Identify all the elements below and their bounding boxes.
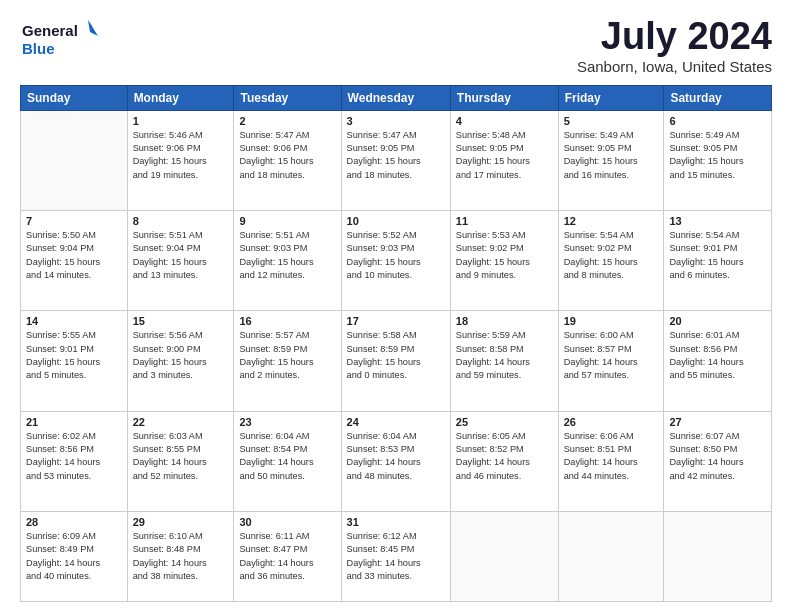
day-number: 9 xyxy=(239,215,335,227)
header-saturday: Saturday xyxy=(664,85,772,110)
day-number: 30 xyxy=(239,516,335,528)
day-number: 19 xyxy=(564,315,659,327)
table-row: 25Sunrise: 6:05 AM Sunset: 8:52 PM Dayli… xyxy=(450,411,558,511)
header-sunday: Sunday xyxy=(21,85,128,110)
table-row: 18Sunrise: 5:59 AM Sunset: 8:58 PM Dayli… xyxy=(450,311,558,411)
day-number: 16 xyxy=(239,315,335,327)
day-info: Sunrise: 6:09 AM Sunset: 8:49 PM Dayligh… xyxy=(26,530,122,583)
day-number: 8 xyxy=(133,215,229,227)
header-wednesday: Wednesday xyxy=(341,85,450,110)
day-info: Sunrise: 6:02 AM Sunset: 8:56 PM Dayligh… xyxy=(26,430,122,483)
table-row: 6Sunrise: 5:49 AM Sunset: 9:05 PM Daylig… xyxy=(664,110,772,210)
table-row: 31Sunrise: 6:12 AM Sunset: 8:45 PM Dayli… xyxy=(341,511,450,601)
table-row: 29Sunrise: 6:10 AM Sunset: 8:48 PM Dayli… xyxy=(127,511,234,601)
table-row xyxy=(450,511,558,601)
day-info: Sunrise: 5:46 AM Sunset: 9:06 PM Dayligh… xyxy=(133,129,229,182)
day-info: Sunrise: 6:04 AM Sunset: 8:54 PM Dayligh… xyxy=(239,430,335,483)
day-info: Sunrise: 5:47 AM Sunset: 9:05 PM Dayligh… xyxy=(347,129,445,182)
table-row: 17Sunrise: 5:58 AM Sunset: 8:59 PM Dayli… xyxy=(341,311,450,411)
table-row: 24Sunrise: 6:04 AM Sunset: 8:53 PM Dayli… xyxy=(341,411,450,511)
table-row xyxy=(664,511,772,601)
table-row: 11Sunrise: 5:53 AM Sunset: 9:02 PM Dayli… xyxy=(450,211,558,311)
table-row xyxy=(21,110,128,210)
day-number: 24 xyxy=(347,416,445,428)
logo-svg: General Blue xyxy=(20,16,100,60)
table-row: 19Sunrise: 6:00 AM Sunset: 8:57 PM Dayli… xyxy=(558,311,664,411)
table-row: 28Sunrise: 6:09 AM Sunset: 8:49 PM Dayli… xyxy=(21,511,128,601)
day-info: Sunrise: 5:51 AM Sunset: 9:03 PM Dayligh… xyxy=(239,229,335,282)
day-info: Sunrise: 6:11 AM Sunset: 8:47 PM Dayligh… xyxy=(239,530,335,583)
table-row: 4Sunrise: 5:48 AM Sunset: 9:05 PM Daylig… xyxy=(450,110,558,210)
day-info: Sunrise: 5:49 AM Sunset: 9:05 PM Dayligh… xyxy=(669,129,766,182)
day-info: Sunrise: 5:52 AM Sunset: 9:03 PM Dayligh… xyxy=(347,229,445,282)
table-row: 2Sunrise: 5:47 AM Sunset: 9:06 PM Daylig… xyxy=(234,110,341,210)
table-row: 9Sunrise: 5:51 AM Sunset: 9:03 PM Daylig… xyxy=(234,211,341,311)
table-row: 12Sunrise: 5:54 AM Sunset: 9:02 PM Dayli… xyxy=(558,211,664,311)
table-row: 7Sunrise: 5:50 AM Sunset: 9:04 PM Daylig… xyxy=(21,211,128,311)
table-row: 20Sunrise: 6:01 AM Sunset: 8:56 PM Dayli… xyxy=(664,311,772,411)
day-info: Sunrise: 5:50 AM Sunset: 9:04 PM Dayligh… xyxy=(26,229,122,282)
header: General Blue July 2024 Sanborn, Iowa, Un… xyxy=(20,16,772,75)
day-info: Sunrise: 5:51 AM Sunset: 9:04 PM Dayligh… xyxy=(133,229,229,282)
logo: General Blue xyxy=(20,16,100,60)
day-number: 18 xyxy=(456,315,553,327)
table-row: 23Sunrise: 6:04 AM Sunset: 8:54 PM Dayli… xyxy=(234,411,341,511)
day-info: Sunrise: 6:07 AM Sunset: 8:50 PM Dayligh… xyxy=(669,430,766,483)
header-friday: Friday xyxy=(558,85,664,110)
day-info: Sunrise: 5:57 AM Sunset: 8:59 PM Dayligh… xyxy=(239,329,335,382)
day-number: 7 xyxy=(26,215,122,227)
day-number: 25 xyxy=(456,416,553,428)
day-info: Sunrise: 6:00 AM Sunset: 8:57 PM Dayligh… xyxy=(564,329,659,382)
day-info: Sunrise: 5:58 AM Sunset: 8:59 PM Dayligh… xyxy=(347,329,445,382)
day-info: Sunrise: 5:49 AM Sunset: 9:05 PM Dayligh… xyxy=(564,129,659,182)
day-number: 26 xyxy=(564,416,659,428)
table-row: 1Sunrise: 5:46 AM Sunset: 9:06 PM Daylig… xyxy=(127,110,234,210)
day-number: 15 xyxy=(133,315,229,327)
day-info: Sunrise: 5:59 AM Sunset: 8:58 PM Dayligh… xyxy=(456,329,553,382)
day-number: 12 xyxy=(564,215,659,227)
page: General Blue July 2024 Sanborn, Iowa, Un… xyxy=(0,0,792,612)
day-info: Sunrise: 5:48 AM Sunset: 9:05 PM Dayligh… xyxy=(456,129,553,182)
table-row: 16Sunrise: 5:57 AM Sunset: 8:59 PM Dayli… xyxy=(234,311,341,411)
day-number: 31 xyxy=(347,516,445,528)
table-row: 22Sunrise: 6:03 AM Sunset: 8:55 PM Dayli… xyxy=(127,411,234,511)
day-info: Sunrise: 6:06 AM Sunset: 8:51 PM Dayligh… xyxy=(564,430,659,483)
table-row: 5Sunrise: 5:49 AM Sunset: 9:05 PM Daylig… xyxy=(558,110,664,210)
day-number: 21 xyxy=(26,416,122,428)
table-row: 15Sunrise: 5:56 AM Sunset: 9:00 PM Dayli… xyxy=(127,311,234,411)
day-info: Sunrise: 5:47 AM Sunset: 9:06 PM Dayligh… xyxy=(239,129,335,182)
day-info: Sunrise: 6:05 AM Sunset: 8:52 PM Dayligh… xyxy=(456,430,553,483)
day-number: 17 xyxy=(347,315,445,327)
svg-text:General: General xyxy=(22,22,78,39)
day-info: Sunrise: 5:54 AM Sunset: 9:01 PM Dayligh… xyxy=(669,229,766,282)
day-number: 20 xyxy=(669,315,766,327)
day-info: Sunrise: 6:10 AM Sunset: 8:48 PM Dayligh… xyxy=(133,530,229,583)
header-monday: Monday xyxy=(127,85,234,110)
day-info: Sunrise: 5:54 AM Sunset: 9:02 PM Dayligh… xyxy=(564,229,659,282)
day-number: 4 xyxy=(456,115,553,127)
day-number: 5 xyxy=(564,115,659,127)
day-number: 27 xyxy=(669,416,766,428)
table-row: 30Sunrise: 6:11 AM Sunset: 8:47 PM Dayli… xyxy=(234,511,341,601)
day-number: 29 xyxy=(133,516,229,528)
weekday-header-row: Sunday Monday Tuesday Wednesday Thursday… xyxy=(21,85,772,110)
day-number: 11 xyxy=(456,215,553,227)
table-row xyxy=(558,511,664,601)
table-row: 21Sunrise: 6:02 AM Sunset: 8:56 PM Dayli… xyxy=(21,411,128,511)
header-tuesday: Tuesday xyxy=(234,85,341,110)
day-number: 10 xyxy=(347,215,445,227)
day-number: 14 xyxy=(26,315,122,327)
day-info: Sunrise: 6:03 AM Sunset: 8:55 PM Dayligh… xyxy=(133,430,229,483)
day-info: Sunrise: 5:53 AM Sunset: 9:02 PM Dayligh… xyxy=(456,229,553,282)
table-row: 13Sunrise: 5:54 AM Sunset: 9:01 PM Dayli… xyxy=(664,211,772,311)
table-row: 3Sunrise: 5:47 AM Sunset: 9:05 PM Daylig… xyxy=(341,110,450,210)
day-number: 23 xyxy=(239,416,335,428)
day-number: 2 xyxy=(239,115,335,127)
day-number: 1 xyxy=(133,115,229,127)
table-row: 26Sunrise: 6:06 AM Sunset: 8:51 PM Dayli… xyxy=(558,411,664,511)
day-number: 3 xyxy=(347,115,445,127)
svg-text:Blue: Blue xyxy=(22,40,55,57)
day-info: Sunrise: 5:55 AM Sunset: 9:01 PM Dayligh… xyxy=(26,329,122,382)
calendar-table: Sunday Monday Tuesday Wednesday Thursday… xyxy=(20,85,772,602)
table-row: 27Sunrise: 6:07 AM Sunset: 8:50 PM Dayli… xyxy=(664,411,772,511)
